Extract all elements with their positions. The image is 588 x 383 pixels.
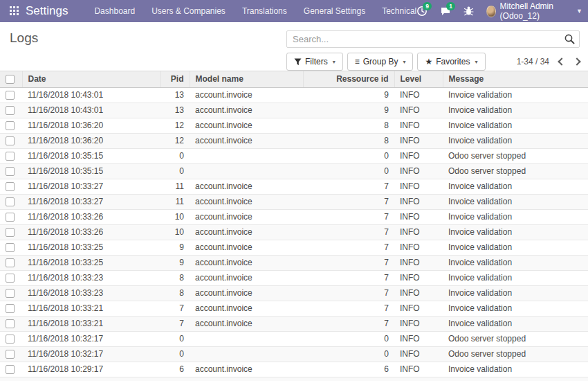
row-checkbox[interactable] (6, 350, 15, 359)
cell-model-name[interactable]: account.invoice (190, 316, 303, 331)
row-checkbox[interactable] (6, 319, 15, 328)
table-row[interactable]: 11/16/2018 10:36:20 12 account.invoice 8… (0, 118, 588, 133)
cell-message[interactable]: Odoo server stopped (443, 163, 588, 179)
cell-ressource-id[interactable]: 0 (303, 346, 394, 362)
table-row[interactable]: 11/16/2018 10:43:01 13 account.invoice 9… (0, 103, 588, 118)
row-checkbox[interactable] (6, 152, 15, 161)
cell-pid[interactable]: 9 (160, 240, 190, 255)
menu-item[interactable]: General Settings (304, 6, 365, 16)
cell-ressource-id[interactable]: 7 (303, 301, 394, 316)
cell-level[interactable]: INFO (394, 316, 443, 331)
cell-model-name[interactable]: account.invoice (190, 209, 303, 224)
cell-message[interactable]: Invoice validation (443, 118, 588, 133)
cell-message[interactable]: Invoice validation (443, 87, 588, 103)
cell-level[interactable]: INFO (394, 179, 443, 194)
table-row[interactable]: 11/16/2018 10:33:21 7 account.invoice 7 … (0, 316, 588, 331)
cell-level[interactable]: INFO (394, 118, 443, 133)
cell-ressource-id[interactable]: 7 (303, 240, 394, 255)
row-checkbox[interactable] (6, 167, 15, 176)
cell-message[interactable]: Invoice validation (443, 285, 588, 301)
column-header-date[interactable]: Date (22, 71, 160, 87)
cell-date[interactable]: 11/16/2018 10:33:23 (22, 270, 160, 285)
cell-ressource-id[interactable]: 6 (303, 362, 394, 377)
cell-level[interactable]: INFO (394, 285, 443, 301)
table-row[interactable]: 11/16/2018 10:33:23 8 account.invoice 7 … (0, 285, 588, 301)
cell-model-name[interactable] (190, 163, 303, 179)
row-checkbox[interactable] (6, 91, 15, 100)
cell-date[interactable]: 11/16/2018 10:43:01 (22, 103, 160, 118)
table-row[interactable]: 11/16/2018 10:33:25 9 account.invoice 7 … (0, 255, 588, 270)
row-checkbox[interactable] (6, 335, 15, 344)
cell-level[interactable]: INFO (394, 148, 443, 163)
row-checkbox[interactable] (6, 228, 15, 237)
cell-model-name[interactable]: account.invoice (190, 224, 303, 240)
cell-model-name[interactable]: account.invoice (190, 133, 303, 148)
cell-pid[interactable]: 7 (160, 301, 190, 316)
user-menu[interactable]: Mitchell Admin (Odoo_12) ▼ (486, 1, 582, 21)
table-row[interactable]: 11/16/2018 10:32:17 0 0 INFO Odoo server… (0, 331, 588, 346)
row-checkbox[interactable] (6, 106, 15, 115)
cell-level[interactable]: INFO (394, 194, 443, 209)
cell-message[interactable]: Invoice validation (443, 224, 588, 240)
cell-ressource-id[interactable]: 9 (303, 103, 394, 118)
cell-pid[interactable]: 9 (160, 255, 190, 270)
cell-date[interactable]: 11/16/2018 10:33:21 (22, 301, 160, 316)
menu-item[interactable]: Dashboard (94, 6, 135, 16)
table-row[interactable]: 11/16/2018 10:33:27 11 account.invoice 7… (0, 179, 588, 194)
cell-pid[interactable]: 8 (160, 270, 190, 285)
debug-button[interactable] (463, 6, 474, 17)
cell-date[interactable]: 11/16/2018 10:36:20 (22, 133, 160, 148)
cell-date[interactable]: 11/16/2018 10:33:27 (22, 179, 160, 194)
cell-date[interactable]: 11/16/2018 10:33:25 (22, 240, 160, 255)
cell-ressource-id[interactable]: 0 (303, 163, 394, 179)
cell-model-name[interactable]: account.invoice (190, 118, 303, 133)
cell-model-name[interactable] (190, 346, 303, 362)
cell-model-name[interactable] (190, 331, 303, 346)
cell-level[interactable]: INFO (394, 224, 443, 240)
cell-date[interactable]: 11/16/2018 10:35:15 (22, 163, 160, 179)
cell-model-name[interactable]: account.invoice (190, 285, 303, 301)
apps-menu-icon[interactable] (10, 6, 19, 16)
cell-date[interactable]: 11/16/2018 10:33:21 (22, 316, 160, 331)
row-checkbox[interactable] (6, 136, 15, 145)
row-checkbox[interactable] (6, 121, 15, 130)
cell-ressource-id[interactable]: 8 (303, 118, 394, 133)
cell-level[interactable]: INFO (394, 346, 443, 362)
cell-message[interactable]: Odoo server stopped (443, 331, 588, 346)
menu-item[interactable]: Users & Companies (151, 6, 226, 16)
cell-ressource-id[interactable]: 7 (303, 270, 394, 285)
cell-pid[interactable]: 12 (160, 118, 190, 133)
cell-model-name[interactable]: account.invoice (190, 194, 303, 209)
cell-model-name[interactable]: account.invoice (190, 103, 303, 118)
row-checkbox[interactable] (6, 243, 15, 252)
table-row[interactable]: 11/16/2018 10:33:23 8 account.invoice 7 … (0, 270, 588, 285)
favorites-button[interactable]: ★ Favorites ▾ (417, 53, 485, 71)
cell-pid[interactable]: 8 (160, 285, 190, 301)
cell-model-name[interactable]: account.invoice (190, 240, 303, 255)
cell-ressource-id[interactable]: 7 (303, 209, 394, 224)
cell-message[interactable]: Invoice validation (443, 362, 588, 377)
table-row[interactable]: 11/16/2018 10:33:26 10 account.invoice 7… (0, 224, 588, 240)
search-input[interactable] (286, 30, 580, 48)
row-checkbox[interactable] (6, 274, 15, 283)
table-row[interactable]: 11/16/2018 10:36:20 12 account.invoice 8… (0, 133, 588, 148)
row-checkbox[interactable] (6, 304, 15, 313)
cell-pid[interactable]: 0 (160, 346, 190, 362)
cell-level[interactable]: INFO (394, 87, 443, 103)
cell-ressource-id[interactable]: 7 (303, 316, 394, 331)
pager-next-icon[interactable] (573, 57, 580, 65)
cell-level[interactable]: INFO (394, 331, 443, 346)
cell-ressource-id[interactable]: 7 (303, 179, 394, 194)
cell-pid[interactable]: 10 (160, 209, 190, 224)
cell-pid[interactable]: 11 (160, 179, 190, 194)
row-checkbox[interactable] (6, 289, 15, 298)
cell-date[interactable]: 11/16/2018 10:35:15 (22, 148, 160, 163)
cell-date[interactable]: 11/16/2018 10:32:17 (22, 346, 160, 362)
cell-pid[interactable]: 0 (160, 148, 190, 163)
column-header-model-name[interactable]: Model name (190, 71, 303, 87)
cell-date[interactable]: 11/16/2018 10:32:17 (22, 331, 160, 346)
cell-message[interactable]: Invoice validation (443, 103, 588, 118)
app-name[interactable]: Settings (26, 4, 68, 18)
cell-pid[interactable]: 12 (160, 133, 190, 148)
activities-button[interactable]: 9 (416, 6, 428, 17)
